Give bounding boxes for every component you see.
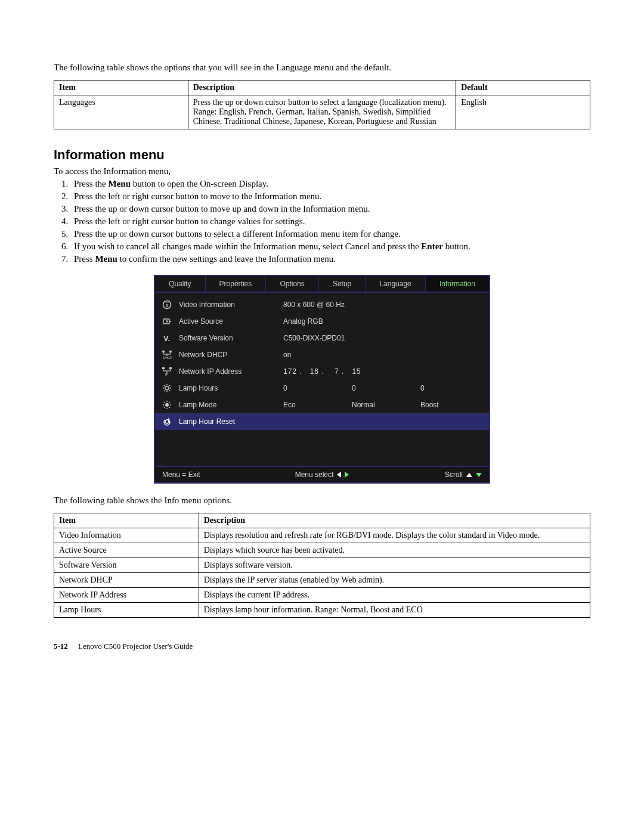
lamp-reset-icon: [155, 416, 179, 428]
osd-label: Lamp Hours: [179, 384, 283, 392]
cell-default: English: [456, 95, 590, 129]
arrow-left-icon: [337, 472, 341, 478]
svg-text:V.: V.: [163, 334, 170, 343]
network-dhcp-icon: DHCP: [155, 349, 179, 361]
osd-label: Lamp Hour Reset: [179, 417, 283, 426]
osd-value: C500-DIXX-DPD01: [283, 334, 489, 342]
cell-item: Languages: [54, 95, 188, 129]
osd-row-lamp-hour-reset[interactable]: Lamp Hour Reset: [155, 413, 489, 430]
svg-line-34: [164, 402, 165, 403]
svg-text:DHCP: DHCP: [163, 356, 172, 360]
cell-item: Network IP Address: [54, 588, 199, 603]
language-menu-intro: The following table shows the options th…: [54, 63, 590, 73]
cell-item: Network DHCP: [54, 573, 199, 588]
arrow-down-icon: [476, 473, 482, 477]
osd-value: 0: [420, 384, 489, 392]
lamp-icon: [155, 382, 179, 394]
tab-language[interactable]: Language: [366, 276, 426, 292]
table-row: Active SourceDisplays which source has b…: [54, 543, 590, 558]
osd-row-lamp-hours[interactable]: Lamp Hours 0 0 0: [155, 380, 489, 397]
info-icon: [155, 299, 179, 311]
step-5: Press the up or down cursor buttons to s…: [70, 229, 590, 239]
cell-item: Software Version: [54, 558, 199, 573]
osd-row-software-version[interactable]: V. Software Version C500-DIXX-DPD01: [155, 330, 489, 346]
osd-value: Analog RGB: [283, 317, 489, 326]
osd-value: Eco: [283, 401, 352, 409]
osd-label: Network IP Address: [179, 367, 283, 376]
cell-item: Lamp Hours: [54, 603, 199, 618]
network-ip-icon: IP: [155, 366, 179, 377]
cell-item: Active Source: [54, 543, 199, 558]
page-footer: 5-12 Lenovo C500 Projector User's Guide: [54, 642, 590, 651]
osd-value: Normal: [352, 401, 420, 409]
osd-value: 0: [283, 384, 352, 392]
svg-line-35: [169, 407, 171, 408]
table-row: Network IP AddressDisplays the current I…: [54, 588, 590, 603]
svg-rect-14: [169, 367, 172, 369]
osd-row-lamp-mode[interactable]: Lamp Mode Eco Normal Boost: [155, 397, 489, 413]
tab-options[interactable]: Options: [266, 276, 319, 292]
table-row: Video InformationDisplays resolution and…: [54, 528, 590, 543]
table-row: Network DHCPDisplays the IP server statu…: [54, 573, 590, 588]
section-heading-information-menu: Information menu: [54, 147, 590, 163]
info-table-intro: The following table shows the Info menu …: [54, 496, 590, 506]
svg-line-25: [164, 385, 165, 386]
svg-point-38: [165, 420, 169, 423]
table-row: Software VersionDisplays software versio…: [54, 558, 590, 573]
osd-row-network-ip[interactable]: IP Network IP Address 172 . 16 . 7 . 15: [155, 363, 489, 380]
osd-row-video-information[interactable]: Video Information 800 x 600 @ 60 Hz: [155, 296, 489, 313]
step-4: Press the left or right cursor button to…: [70, 216, 590, 227]
info-menu-options-table: Item Description Video InformationDispla…: [54, 513, 590, 618]
cell-description: Press the up or down cursor button to se…: [188, 95, 456, 129]
osd-label: Active Source: [179, 317, 283, 326]
cell-description: Displays the IP server status (enabled b…: [199, 573, 590, 588]
step-3: Press the up or down cursor button to mo…: [70, 204, 590, 214]
step-7: Press Menu to confirm the new settings a…: [70, 254, 590, 264]
tab-quality[interactable]: Quality: [155, 276, 206, 292]
svg-text:IP: IP: [165, 373, 168, 376]
cell-description: Displays lamp hour information. Range: N…: [199, 603, 590, 618]
osd-row-active-source[interactable]: Active Source Analog RGB: [155, 313, 489, 330]
arrow-right-icon: [345, 472, 349, 478]
svg-line-36: [164, 407, 165, 408]
svg-line-28: [169, 385, 171, 386]
osd-value: Boost: [420, 401, 489, 409]
osd-tabs: Quality Properties Options Setup Languag…: [155, 276, 489, 293]
step-6: If you wish to cancel all changes made w…: [70, 241, 590, 252]
osd-value: 172 . 16 . 7 . 15: [283, 367, 489, 376]
osd-label: Software Version: [179, 334, 283, 342]
osd-row-network-dhcp[interactable]: DHCP Network DHCP on: [155, 346, 489, 363]
tab-properties[interactable]: Properties: [206, 276, 267, 292]
table-row: Languages Press the up or down cursor bu…: [54, 95, 590, 129]
svg-rect-13: [162, 367, 165, 369]
access-intro: To access the Information menu,: [54, 166, 590, 176]
svg-point-20: [165, 386, 169, 390]
osd-panel: Quality Properties Options Setup Languag…: [154, 275, 490, 484]
steps-list: Press the Menu button to open the On-scr…: [54, 179, 590, 264]
version-icon: V.: [155, 332, 179, 344]
osd-label: Video Information: [179, 301, 283, 309]
svg-line-37: [169, 402, 171, 403]
svg-rect-7: [169, 351, 172, 352]
osd-label: Lamp Mode: [179, 401, 283, 409]
svg-line-27: [164, 391, 165, 392]
svg-point-29: [165, 403, 169, 407]
cell-item: Video Information: [54, 528, 199, 543]
tab-information[interactable]: Information: [426, 276, 489, 292]
cell-description: Displays resolution and refresh rate for…: [199, 528, 590, 543]
tab-setup[interactable]: Setup: [319, 276, 366, 292]
input-source-icon: [155, 315, 179, 327]
osd-value: 800 x 600 @ 60 Hz: [283, 301, 489, 309]
th-item: Item: [54, 513, 199, 528]
osd-value: 0: [352, 384, 420, 392]
svg-point-2: [166, 302, 168, 304]
arrow-up-icon: [466, 473, 472, 477]
cell-description: Displays the current IP address.: [199, 588, 590, 603]
osd-value: on: [283, 351, 489, 359]
step-1: Press the Menu button to open the On-scr…: [70, 179, 590, 189]
cell-description: Displays software version.: [199, 558, 590, 573]
th-default: Default: [456, 80, 590, 95]
step-2: Press the left or right cursor button to…: [70, 191, 590, 202]
footer-menu-select: Menu select: [269, 470, 376, 479]
svg-line-26: [169, 391, 171, 392]
